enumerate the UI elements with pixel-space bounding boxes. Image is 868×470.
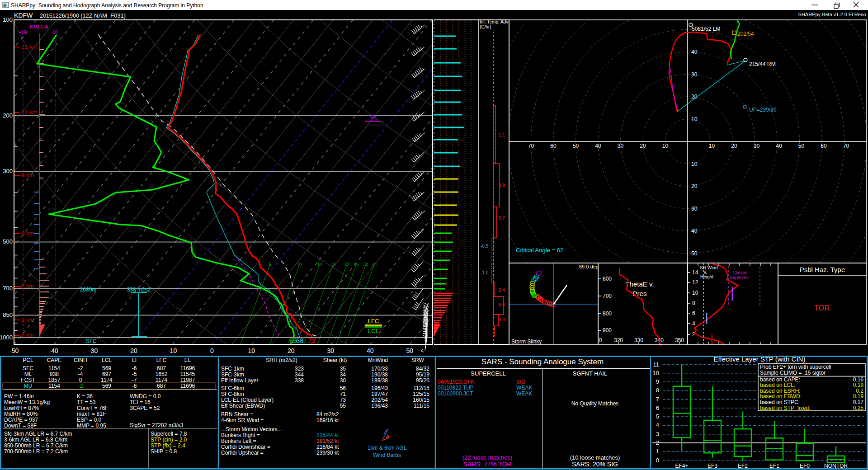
svg-text:11: 11 xyxy=(653,361,660,368)
svg-text:3-6km AGL LR = 6.8 C/km: 3-6km AGL LR = 6.8 C/km xyxy=(4,437,67,443)
svg-text:1857: 1857 xyxy=(48,377,61,383)
svg-text:F031): F031) xyxy=(110,12,126,19)
svg-text:20: 20 xyxy=(640,143,646,149)
svg-text:WEAK: WEAK xyxy=(516,390,532,397)
svg-text:-30: -30 xyxy=(89,347,98,354)
svg-text:UP=239/30: UP=239/30 xyxy=(749,107,777,113)
svg-text:700: 700 xyxy=(603,293,612,299)
svg-text:239/30 kt: 239/30 kt xyxy=(316,450,339,456)
svg-text:SARS: 77% TOR: SARS: 77% TOR xyxy=(463,461,512,468)
svg-text:-6: -6 xyxy=(132,383,137,389)
svg-text:8: 8 xyxy=(656,387,659,394)
svg-text:(22 loose matches): (22 loose matches) xyxy=(462,454,513,461)
svg-text:10: 10 xyxy=(653,370,659,376)
svg-text:-7: -7 xyxy=(132,377,137,383)
svg-text:OMEGA: OMEGA xyxy=(30,24,49,29)
svg-text:800: 800 xyxy=(603,310,612,317)
svg-text:MeanW = 13.1g/kg: MeanW = 13.1g/kg xyxy=(4,399,50,405)
svg-text:196/43: 196/43 xyxy=(371,403,388,409)
svg-text:04051923.GFK: 04051923.GFK xyxy=(438,379,474,385)
svg-text:Corfidi Downshear =: Corfidi Downshear = xyxy=(221,444,270,450)
svg-text:95/19: 95/19 xyxy=(416,371,429,378)
svg-text:Bunkers Right =: Bunkers Right = xyxy=(221,432,260,438)
svg-text:500: 500 xyxy=(3,238,13,245)
svg-text:Bunkers Left =: Bunkers Left = xyxy=(221,438,256,444)
svg-text:6: 6 xyxy=(692,310,695,316)
svg-text:700: 700 xyxy=(3,285,13,291)
svg-text:0 km: 0 km xyxy=(21,332,34,338)
svg-text:181/52 kt: 181/52 kt xyxy=(316,438,339,444)
svg-text:Eff Inflow Layer: Eff Inflow Layer xyxy=(221,377,259,384)
svg-text:6: 6 xyxy=(656,404,659,411)
svg-text:30: 30 xyxy=(691,71,698,78)
svg-text:1154: 1154 xyxy=(48,383,60,389)
svg-text:202/54: 202/54 xyxy=(371,397,388,403)
svg-text:68: 68 xyxy=(296,337,304,344)
svg-text:69.0 deg: 69.0 deg xyxy=(579,264,599,269)
svg-text:ConvT = 76F: ConvT = 76F xyxy=(77,405,108,411)
svg-text:850: 850 xyxy=(3,311,13,318)
svg-text:BRN Shear =: BRN Shear = xyxy=(221,411,253,418)
svg-text:TT = 53: TT = 53 xyxy=(77,399,96,405)
svg-text:938: 938 xyxy=(50,371,59,377)
svg-text:SFC: SFC xyxy=(86,338,97,344)
svg-text:5: 5 xyxy=(656,413,659,420)
svg-text:LCL-EL (Cloud Layer): LCL-EL (Cloud Layer) xyxy=(221,397,274,403)
svg-text:10: 10 xyxy=(297,262,302,267)
svg-text:EF1: EF1 xyxy=(769,463,779,469)
svg-text:70: 70 xyxy=(843,143,849,149)
svg-text:10: 10 xyxy=(662,143,669,149)
svg-text:Psbl Haz. Type: Psbl Haz. Type xyxy=(800,266,845,273)
svg-text:160/15: 160/15 xyxy=(413,397,429,403)
svg-text:95/20: 95/20 xyxy=(416,377,429,384)
svg-text:Supercell = 7.8: Supercell = 7.8 xyxy=(151,431,187,437)
svg-text:WNDG = 0.0: WNDG = 0.0 xyxy=(130,393,161,400)
svg-text:SHARPpy: Sounding and Hodograp: SHARPpy: Sounding and Hodograph Analysis… xyxy=(11,2,203,9)
svg-text:EF4+: EF4+ xyxy=(675,463,688,469)
svg-text:SFC-6km: SFC-6km xyxy=(221,385,244,391)
svg-text:0: 0 xyxy=(656,457,659,464)
svg-text:Corfidi Upshear =: Corfidi Upshear = xyxy=(221,450,264,456)
svg-text:197/47: 197/47 xyxy=(371,391,388,397)
svg-text:Prob EF2+ torn with supercell: Prob EF2+ torn with supercell xyxy=(760,364,831,370)
svg-text:-5: -5 xyxy=(132,371,137,377)
svg-text:Shear (kt): Shear (kt) xyxy=(323,357,347,363)
svg-text:30: 30 xyxy=(691,206,698,212)
svg-text:15 km: 15 km xyxy=(21,43,37,50)
svg-text:8: 8 xyxy=(692,300,695,306)
svg-text:0.7: 0.7 xyxy=(499,216,505,221)
svg-text:35: 35 xyxy=(340,366,346,372)
svg-text:MidRH = 80%: MidRH = 80% xyxy=(4,411,38,417)
svg-text:(12Z: (12Z xyxy=(80,12,93,19)
svg-text:1174: 1174 xyxy=(156,377,167,383)
svg-text:55: 55 xyxy=(340,403,346,409)
svg-text:56: 56 xyxy=(340,385,346,391)
svg-text:700-500mb LR = 7.2 C/km: 700-500mb LR = 7.2 C/km xyxy=(4,448,68,455)
svg-text:600: 600 xyxy=(603,276,612,282)
svg-text:DownT = 58F: DownT = 58F xyxy=(4,423,37,429)
svg-text:SFC: SFC xyxy=(23,365,33,371)
svg-text:ThetaE v.: ThetaE v. xyxy=(625,280,654,288)
svg-text:18: 18 xyxy=(330,262,336,267)
svg-text:6 km: 6 km xyxy=(21,230,34,237)
svg-text:60: 60 xyxy=(550,143,557,149)
svg-text:70: 70 xyxy=(528,143,534,149)
svg-text:+10: +10 xyxy=(19,30,27,35)
svg-text:No Quality Matches: No Quality Matches xyxy=(571,400,619,407)
svg-text:NAM: NAM xyxy=(94,12,107,19)
svg-text:84/32: 84/32 xyxy=(416,366,429,372)
svg-text:Height: Height xyxy=(700,274,713,279)
svg-text:STP (fix) = 2.4: STP (fix) = 2.4 xyxy=(151,442,185,449)
svg-text:KDFW: KDFW xyxy=(14,12,33,19)
svg-text:1174: 1174 xyxy=(101,377,113,383)
svg-text:200: 200 xyxy=(3,112,13,119)
svg-text:NONTOR: NONTOR xyxy=(824,463,848,469)
svg-text:3CAPE = 52: 3CAPE = 52 xyxy=(130,405,160,411)
svg-text:EF2: EF2 xyxy=(738,463,748,469)
svg-text:26: 26 xyxy=(354,262,359,267)
svg-text:SRH (m2/s2): SRH (m2/s2) xyxy=(266,357,297,363)
svg-text:30: 30 xyxy=(754,143,760,149)
svg-text:10: 10 xyxy=(691,161,698,167)
svg-text:-0.5: -0.5 xyxy=(481,244,489,249)
svg-text:190/38: 190/38 xyxy=(371,371,388,378)
